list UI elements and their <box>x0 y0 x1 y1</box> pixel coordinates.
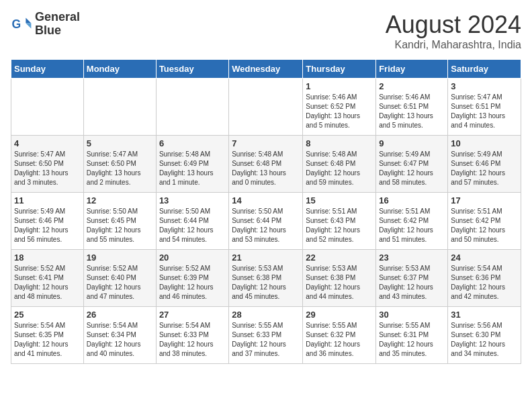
day-number: 20 <box>159 253 226 263</box>
day-number: 13 <box>159 195 226 205</box>
calendar-cell: 14Sunrise: 5:50 AM Sunset: 6:44 PM Dayli… <box>229 193 303 250</box>
day-info: Sunrise: 5:50 AM Sunset: 6:45 PM Dayligh… <box>87 207 153 244</box>
day-number: 21 <box>232 253 300 263</box>
day-info: Sunrise: 5:46 AM Sunset: 6:52 PM Dayligh… <box>306 93 373 130</box>
month-year: August 2024 <box>386 11 521 39</box>
day-number: 24 <box>451 253 518 263</box>
location: Kandri, Maharashtra, India <box>386 39 521 51</box>
day-info: Sunrise: 5:54 AM Sunset: 6:33 PM Dayligh… <box>159 321 226 359</box>
day-number: 19 <box>87 253 153 263</box>
calendar-cell: 21Sunrise: 5:53 AM Sunset: 6:38 PM Dayli… <box>229 250 303 307</box>
calendar-cell: 5Sunrise: 5:47 AM Sunset: 6:50 PM Daylig… <box>83 136 156 193</box>
calendar-cell: 16Sunrise: 5:51 AM Sunset: 6:42 PM Dayli… <box>376 193 448 250</box>
day-info: Sunrise: 5:55 AM Sunset: 6:31 PM Dayligh… <box>379 321 445 359</box>
header-monday: Monday <box>83 60 156 79</box>
calendar-cell: 26Sunrise: 5:54 AM Sunset: 6:34 PM Dayli… <box>83 307 156 364</box>
day-info: Sunrise: 5:49 AM Sunset: 6:47 PM Dayligh… <box>379 150 445 187</box>
day-number: 18 <box>14 253 81 263</box>
calendar-cell: 8Sunrise: 5:48 AM Sunset: 6:48 PM Daylig… <box>303 136 376 193</box>
day-number: 17 <box>451 195 518 205</box>
day-info: Sunrise: 5:55 AM Sunset: 6:33 PM Dayligh… <box>232 321 300 359</box>
calendar-cell: 27Sunrise: 5:54 AM Sunset: 6:33 PM Dayli… <box>156 307 228 364</box>
calendar-cell: 15Sunrise: 5:51 AM Sunset: 6:43 PM Dayli… <box>303 193 376 250</box>
day-number: 23 <box>379 253 445 263</box>
day-number: 16 <box>379 195 445 205</box>
day-info: Sunrise: 5:53 AM Sunset: 6:37 PM Dayligh… <box>379 264 445 302</box>
day-number: 28 <box>232 310 300 320</box>
day-number: 30 <box>379 310 445 320</box>
calendar-cell: 12Sunrise: 5:50 AM Sunset: 6:45 PM Dayli… <box>83 193 156 250</box>
calendar-cell: 10Sunrise: 5:49 AM Sunset: 6:46 PM Dayli… <box>448 136 521 193</box>
calendar-cell: 4Sunrise: 5:47 AM Sunset: 6:50 PM Daylig… <box>11 136 84 193</box>
calendar-cell: 31Sunrise: 5:56 AM Sunset: 6:30 PM Dayli… <box>448 307 521 364</box>
day-info: Sunrise: 5:52 AM Sunset: 6:41 PM Dayligh… <box>14 264 81 302</box>
day-number: 22 <box>306 253 373 263</box>
calendar-cell: 25Sunrise: 5:54 AM Sunset: 6:35 PM Dayli… <box>11 307 84 364</box>
calendar-cell <box>229 79 303 136</box>
day-info: Sunrise: 5:51 AM Sunset: 6:42 PM Dayligh… <box>451 207 518 244</box>
calendar-cell: 22Sunrise: 5:53 AM Sunset: 6:38 PM Dayli… <box>303 250 376 307</box>
day-info: Sunrise: 5:54 AM Sunset: 6:36 PM Dayligh… <box>451 264 518 302</box>
day-info: Sunrise: 5:47 AM Sunset: 6:51 PM Dayligh… <box>451 93 518 130</box>
page-header: G General Blue August 2024 Kandri, Mahar… <box>11 11 521 51</box>
day-info: Sunrise: 5:52 AM Sunset: 6:40 PM Dayligh… <box>87 264 153 302</box>
day-number: 29 <box>306 310 373 320</box>
day-info: Sunrise: 5:51 AM Sunset: 6:42 PM Dayligh… <box>379 207 445 244</box>
day-info: Sunrise: 5:52 AM Sunset: 6:39 PM Dayligh… <box>159 264 226 302</box>
svg-marker-2 <box>26 23 31 28</box>
header-thursday: Thursday <box>303 60 376 79</box>
day-info: Sunrise: 5:56 AM Sunset: 6:30 PM Dayligh… <box>451 321 518 359</box>
day-info: Sunrise: 5:47 AM Sunset: 6:50 PM Dayligh… <box>87 150 153 187</box>
logo: G General Blue <box>11 11 80 38</box>
header-tuesday: Tuesday <box>156 60 228 79</box>
calendar-cell: 6Sunrise: 5:48 AM Sunset: 6:49 PM Daylig… <box>156 136 228 193</box>
calendar-cell: 20Sunrise: 5:52 AM Sunset: 6:39 PM Dayli… <box>156 250 228 307</box>
calendar-week-4: 18Sunrise: 5:52 AM Sunset: 6:41 PM Dayli… <box>11 250 521 307</box>
calendar-cell: 30Sunrise: 5:55 AM Sunset: 6:31 PM Dayli… <box>376 307 448 364</box>
day-info: Sunrise: 5:48 AM Sunset: 6:48 PM Dayligh… <box>306 150 373 187</box>
calendar-cell: 19Sunrise: 5:52 AM Sunset: 6:40 PM Dayli… <box>83 250 156 307</box>
day-info: Sunrise: 5:48 AM Sunset: 6:48 PM Dayligh… <box>232 150 300 187</box>
day-number: 27 <box>159 310 226 320</box>
day-info: Sunrise: 5:51 AM Sunset: 6:43 PM Dayligh… <box>306 207 373 244</box>
calendar-cell: 23Sunrise: 5:53 AM Sunset: 6:37 PM Dayli… <box>376 250 448 307</box>
calendar-cell: 7Sunrise: 5:48 AM Sunset: 6:48 PM Daylig… <box>229 136 303 193</box>
day-number: 14 <box>232 195 300 205</box>
calendar-week-3: 11Sunrise: 5:49 AM Sunset: 6:46 PM Dayli… <box>11 193 521 250</box>
day-info: Sunrise: 5:47 AM Sunset: 6:50 PM Dayligh… <box>14 150 81 187</box>
day-number: 6 <box>159 138 226 148</box>
day-info: Sunrise: 5:49 AM Sunset: 6:46 PM Dayligh… <box>14 207 81 244</box>
logo-line2: Blue <box>35 24 80 38</box>
header-sunday: Sunday <box>11 60 84 79</box>
day-number: 11 <box>14 195 81 205</box>
day-info: Sunrise: 5:48 AM Sunset: 6:49 PM Dayligh… <box>159 150 226 187</box>
calendar-cell <box>83 79 156 136</box>
calendar-cell <box>156 79 228 136</box>
calendar-cell: 28Sunrise: 5:55 AM Sunset: 6:33 PM Dayli… <box>229 307 303 364</box>
day-info: Sunrise: 5:53 AM Sunset: 6:38 PM Dayligh… <box>306 264 373 302</box>
calendar-cell: 2Sunrise: 5:46 AM Sunset: 6:51 PM Daylig… <box>376 79 448 136</box>
svg-marker-1 <box>26 17 31 23</box>
calendar-cell: 17Sunrise: 5:51 AM Sunset: 6:42 PM Dayli… <box>448 193 521 250</box>
calendar-header-row: SundayMondayTuesdayWednesdayThursdayFrid… <box>11 60 521 79</box>
calendar-cell: 24Sunrise: 5:54 AM Sunset: 6:36 PM Dayli… <box>448 250 521 307</box>
day-info: Sunrise: 5:50 AM Sunset: 6:44 PM Dayligh… <box>159 207 226 244</box>
day-number: 5 <box>87 138 153 148</box>
day-number: 2 <box>379 81 445 91</box>
calendar-cell: 18Sunrise: 5:52 AM Sunset: 6:41 PM Dayli… <box>11 250 84 307</box>
day-number: 1 <box>306 81 373 91</box>
calendar-cell: 1Sunrise: 5:46 AM Sunset: 6:52 PM Daylig… <box>303 79 376 136</box>
day-number: 10 <box>451 138 518 148</box>
day-number: 9 <box>379 138 445 148</box>
calendar-cell: 11Sunrise: 5:49 AM Sunset: 6:46 PM Dayli… <box>11 193 84 250</box>
day-info: Sunrise: 5:49 AM Sunset: 6:46 PM Dayligh… <box>451 150 518 187</box>
calendar-week-2: 4Sunrise: 5:47 AM Sunset: 6:50 PM Daylig… <box>11 136 521 193</box>
day-number: 3 <box>451 81 518 91</box>
day-number: 25 <box>14 310 81 320</box>
header-wednesday: Wednesday <box>229 60 303 79</box>
calendar-cell: 9Sunrise: 5:49 AM Sunset: 6:47 PM Daylig… <box>376 136 448 193</box>
day-info: Sunrise: 5:55 AM Sunset: 6:32 PM Dayligh… <box>306 321 373 359</box>
calendar-cell <box>11 79 84 136</box>
calendar-week-1: 1Sunrise: 5:46 AM Sunset: 6:52 PM Daylig… <box>11 79 521 136</box>
svg-text:G: G <box>12 17 21 31</box>
